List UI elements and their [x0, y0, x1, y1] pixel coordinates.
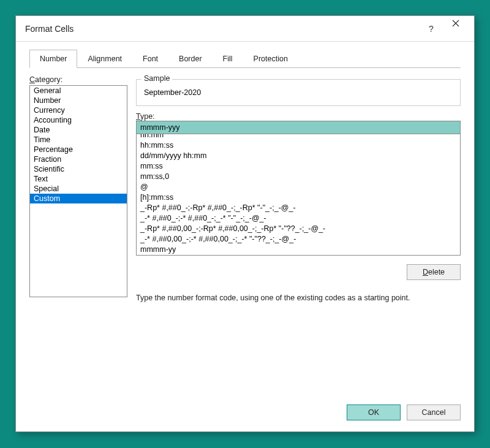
ok-button[interactable]: OK — [347, 404, 401, 420]
format-cells-dialog: Format Cells ? Number Alignment Font Bor… — [15, 15, 475, 432]
tab-protection[interactable]: Protection — [243, 50, 298, 68]
close-icon — [452, 20, 459, 27]
dialog-footer: OK Cancel — [347, 404, 461, 420]
hint-text: Type the number format code, using one o… — [136, 294, 461, 302]
cancel-button[interactable]: Cancel — [407, 404, 461, 420]
sample-box: Sample September-2020 — [136, 79, 461, 106]
format-code-item[interactable]: _-Rp* #,##0,00_-;-Rp* #,##0,00_-;_-Rp* "… — [137, 224, 460, 234]
format-code-item[interactable]: mmmm-yy — [137, 245, 460, 255]
tabs: Number Alignment Font Border Fill Protec… — [29, 49, 461, 68]
sample-value: September-2020 — [143, 85, 454, 97]
format-code-item[interactable]: hh:mm — [137, 134, 460, 140]
sample-label: Sample — [141, 74, 172, 83]
tab-content: Category: General Number Currency Accoun… — [29, 68, 461, 302]
close-button[interactable] — [443, 20, 468, 38]
category-label: Category: — [29, 75, 127, 84]
format-code-item[interactable]: mm:ss,0 — [137, 172, 460, 182]
category-item-selected[interactable]: Custom — [30, 194, 127, 203]
category-item[interactable]: Percentage — [30, 145, 127, 154]
category-item[interactable]: Special — [30, 184, 127, 194]
category-list[interactable]: General Number Currency Accounting Date … — [29, 85, 127, 297]
category-item[interactable]: Number — [30, 96, 127, 105]
right-column: Sample September-2020 Type: hh:mmhh:mm:s… — [136, 75, 461, 302]
category-item[interactable]: Fraction — [30, 154, 127, 164]
help-button[interactable]: ? — [419, 20, 443, 38]
titlebar: Format Cells ? — [16, 16, 474, 42]
tab-fill[interactable]: Fill — [213, 50, 243, 68]
tab-border[interactable]: Border — [168, 50, 213, 68]
format-code-item[interactable]: [h]:mm:ss — [137, 192, 460, 203]
format-code-item[interactable]: mm:ss — [137, 161, 460, 172]
tab-number[interactable]: Number — [29, 50, 77, 68]
category-item[interactable]: Accounting — [30, 115, 127, 125]
dialog-body: Number Alignment Font Border Fill Protec… — [16, 42, 474, 431]
category-item[interactable]: Date — [30, 125, 127, 135]
format-code-item[interactable]: dd/mm/yyyy hh:mm — [137, 151, 460, 161]
tab-alignment[interactable]: Alignment — [77, 50, 132, 68]
delete-button[interactable]: Delete — [407, 264, 461, 280]
type-input[interactable] — [136, 121, 461, 134]
category-item[interactable]: General — [30, 86, 127, 96]
format-code-item[interactable]: _-* #,##0_-;-* #,##0_-;_-* "-"_-;_-@_- — [137, 213, 460, 224]
dialog-title: Format Cells — [25, 24, 419, 34]
format-code-item[interactable]: hh:mm:ss — [137, 140, 460, 151]
category-item[interactable]: Time — [30, 135, 127, 145]
category-item[interactable]: Currency — [30, 105, 127, 115]
format-code-list[interactable]: hh:mmhh:mm:ssdd/mm/yyyy hh:mmmm:ssmm:ss,… — [136, 134, 461, 256]
format-code-item[interactable]: _-Rp* #,##0_-;-Rp* #,##0_-;_-Rp* "-"_-;_… — [137, 203, 460, 213]
format-code-item[interactable]: _-* #,##0,00_-;-* #,##0,00_-;_-* "-"??_-… — [137, 234, 460, 245]
category-item[interactable]: Text — [30, 174, 127, 184]
category-column: Category: General Number Currency Accoun… — [29, 75, 127, 302]
type-label: Type: — [136, 112, 461, 121]
category-item[interactable]: Scientific — [30, 164, 127, 174]
delete-row: Delete — [136, 264, 461, 280]
tab-font[interactable]: Font — [132, 50, 168, 68]
format-code-item[interactable]: @ — [137, 182, 460, 192]
